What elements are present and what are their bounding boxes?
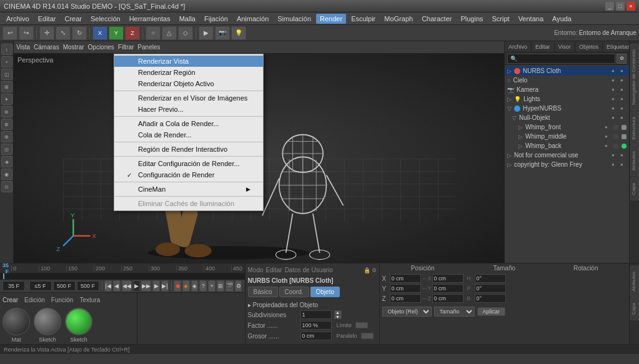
object-item-whimp-back[interactable]: ▷ Whimp_back ● [505,141,629,150]
visibility-icon[interactable]: ● [605,124,611,130]
material-crear[interactable]: Crear [2,297,18,303]
lock-icon[interactable]: ● [620,106,627,111]
render-menu-item-configuracion[interactable]: ✓ Configuración de Render [114,169,263,180]
undo-button[interactable]: ↩ [2,26,17,40]
start-frame-input[interactable] [29,281,52,291]
rp-tab-visor[interactable]: Visor [555,42,575,52]
visibility-icon[interactable]: ● [612,87,618,92]
spinner-up[interactable]: ▲ [334,310,342,315]
visibility-icon[interactable]: ● [612,115,618,121]
object-item-kamera[interactable]: 📷 Kamera ● ● [505,85,629,94]
aplicar-button[interactable]: Aplicar [477,307,506,316]
go-start-button[interactable]: |◀ [104,280,112,292]
maximize-button[interactable]: □ [616,2,625,11]
rp-tab-editar[interactable]: Editar [532,42,555,52]
menu-esculpir[interactable]: Esculpir [347,14,379,24]
object-item-cielo[interactable]: ○ Cielo ● ● [505,76,629,85]
edge-mode-button[interactable]: △ [162,26,177,40]
lock-icon[interactable]: ● [620,68,627,74]
menu-archivo[interactable]: Archivo [2,14,33,24]
coord-z-rot[interactable] [475,294,506,303]
search-icon[interactable]: ⚙ [617,54,627,64]
menu-render[interactable]: Render [316,14,346,24]
menu-script[interactable]: Script [488,14,513,24]
menu-seleccion[interactable]: Selección [87,14,124,24]
attr-icon-2[interactable]: ⚙ [372,267,377,273]
left-icon-4[interactable]: ⊞ [1,81,12,92]
move-tool-button[interactable]: ✛ [39,26,54,40]
redo-button[interactable]: ↪ [19,26,34,40]
attr-tab-basico[interactable]: Básico [248,287,278,297]
left-icon-11[interactable]: ◉ [1,169,12,180]
menu-herramientas[interactable]: Herramientas [126,14,174,24]
menu-fijacion[interactable]: Fijación [201,14,232,24]
vtab-navegador[interactable]: Navegador de Contenido [630,44,639,111]
play-forward-button[interactable]: ▶▶ [141,280,151,292]
visibility-icon[interactable]: ● [605,143,611,149]
keyframe-button-3[interactable]: ? [199,280,207,292]
render-quick-button[interactable]: ▶ [199,26,214,40]
visibility-icon[interactable]: ● [605,134,611,139]
axis-x-button[interactable]: X [92,26,107,40]
render-menu-item-renderizar-objeto[interactable]: Renderizar Objeto Activo [114,78,263,89]
lock-icon[interactable]: ● [620,162,627,167]
coord-y-pos[interactable] [390,284,421,293]
left-icon-10[interactable]: ◈ [1,156,12,167]
coord-y-size[interactable] [432,284,463,293]
viewport-menu-opciones[interactable]: Opciones [88,44,114,51]
left-icon-12[interactable]: ⊙ [1,181,12,192]
spinner-down[interactable]: ▼ [334,315,342,319]
object-item-not-commercial[interactable]: ▷ Not for commercial use ● ● [505,150,629,160]
menu-mograph[interactable]: MoGraph [380,14,417,24]
viewport-menu-vista[interactable]: Vista [16,44,30,51]
keyframe-button[interactable]: ◈ [182,280,190,292]
next-frame-button[interactable]: ▶ [152,280,160,292]
left-icon-3[interactable]: ◫ [1,69,12,80]
coord-z-size[interactable] [432,294,463,303]
render-menu-item-cola-render[interactable]: Añadir a Cola de Render... [114,118,263,129]
render-menu-item-renderizar-vista[interactable]: Renderizar Vista [114,56,263,67]
render-dropdown-menu[interactable]: Renderizar Vista Renderizar Región Rende… [114,54,264,211]
attr-checkbox[interactable] [355,322,368,328]
menu-character[interactable]: Character [418,14,455,24]
left-icon-8[interactable]: ⊕ [1,131,12,142]
coord-x-size[interactable] [432,274,463,283]
go-end-button[interactable]: ▶| [161,280,169,292]
play-button[interactable]: ▶ [133,280,141,292]
rotate-tool-button[interactable]: ↻ [72,26,87,40]
material-textura[interactable]: Textura [79,297,100,303]
attr-checkbox-2[interactable] [361,333,374,339]
camera-button[interactable]: 📷 [215,26,230,40]
coord-z-pos[interactable] [390,294,421,303]
coord-apply-select[interactable]: Tamaño Posición [434,307,475,317]
end-frame-input[interactable] [53,281,76,291]
visibility-icon[interactable]: ● [612,68,618,74]
material-edicion[interactable]: Edición [24,297,45,303]
object-item-whimp-front[interactable]: ▷ Whimp_front ● [505,122,629,132]
axis-y-button[interactable]: Y [109,26,124,40]
light-button[interactable]: 💡 [231,26,246,40]
object-search-input[interactable] [507,54,615,64]
close-button[interactable]: × [627,2,635,11]
attr-input-grosor[interactable] [300,332,332,340]
object-item-nurbs-cloth[interactable]: ▷ NURBS Cloth ● ● [505,66,629,76]
rp-tab-objetos[interactable]: Objetos [575,42,603,52]
attr-input-subdivisiones[interactable] [300,310,332,319]
render-menu-item-eliminar-caches[interactable]: Eliminar Cachés de Iluminación [114,198,263,209]
visibility-icon[interactable]: ● [612,77,618,83]
lock-icon[interactable]: ● [620,77,627,83]
viewport-menu-filtrar[interactable]: Filtrar [118,44,134,51]
lock-icon[interactable]: ● [620,115,627,121]
render-menu-item-renderizar-region[interactable]: Renderizar Región [114,67,263,78]
keyframe-button-6[interactable]: 🎬 [225,280,234,292]
keyframe-button-2[interactable]: ◈ [191,280,199,292]
current-frame-input[interactable] [2,281,25,291]
menu-ayuda[interactable]: Ayuda [548,14,575,24]
material-item-mat[interactable]: Mat [2,308,30,343]
vtab-atributos[interactable]: Atributos [630,145,639,177]
material-item-sketch1[interactable]: Sketch [34,308,61,343]
object-item-lights[interactable]: ▷ 💡 Lights ● ● [505,94,629,104]
scale-tool-button[interactable]: ⤡ [56,26,71,40]
lock-icon[interactable]: ● [620,96,627,102]
end-frame-input-2[interactable] [77,281,99,291]
